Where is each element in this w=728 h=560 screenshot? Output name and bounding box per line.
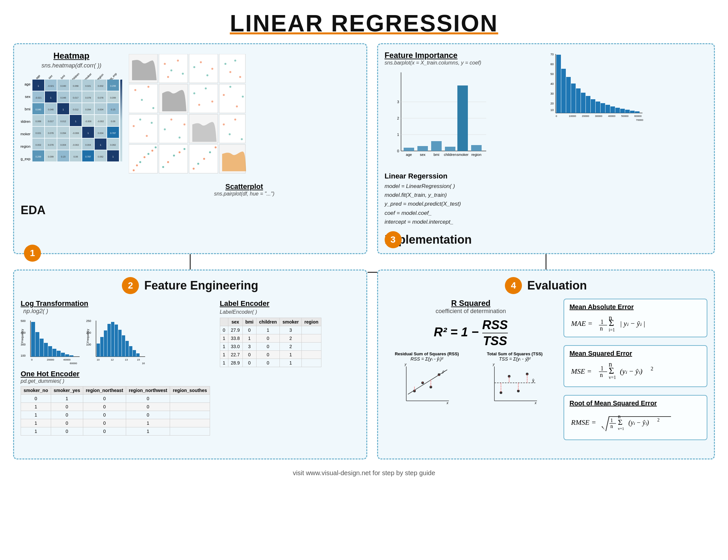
bottom-row: 2 Feature Engineering Log Transformation…: [0, 270, 728, 459]
svg-point-134: [229, 71, 231, 73]
svg-rect-132: [219, 54, 245, 83]
mae-title: Mean Absolute Error: [569, 303, 701, 311]
svg-text:100: 100: [86, 343, 91, 346]
svg-text:250: 250: [86, 319, 91, 322]
table-row: 1000: [21, 402, 210, 411]
section-badge-2: 2: [122, 277, 139, 294]
feature-importance-chart: 0 1 2 3 age sex bmi: [385, 69, 489, 167]
svg-text:0.094: 0.094: [60, 132, 66, 134]
svg-point-185: [197, 163, 199, 165]
svg-text:n: n: [600, 325, 603, 331]
svg-point-145: [198, 104, 200, 106]
svg-text:0.078: 0.078: [48, 144, 54, 146]
svg-text:1: 1: [38, 85, 39, 87]
svg-text:50000: 50000: [621, 115, 629, 118]
svg-text:n: n: [600, 372, 603, 378]
mae-formula: MAE = 1 n n Σ i=1 | yᵢ − ŷᵢ |: [569, 313, 661, 331]
svg-text:x: x: [446, 401, 449, 404]
svg-point-144: [193, 92, 195, 94]
svg-text:15: 15: [137, 358, 140, 361]
svg-rect-143: [189, 84, 218, 113]
svg-text:log_exp: log_exp: [21, 157, 30, 161]
svg-point-176: [155, 146, 157, 148]
rss-label: Residual Sum of Squares (RSS): [385, 351, 469, 356]
svg-text:age: age: [35, 74, 41, 80]
svg-text:0.046: 0.046: [48, 108, 54, 111]
svg-text:-0.002: -0.002: [72, 144, 79, 146]
svg-text:0.078: 0.078: [48, 132, 54, 134]
eda-section: Heatmap sns.heatmap(df.corr( )) age sex …: [13, 43, 367, 254]
svg-text:20: 20: [550, 102, 554, 105]
le-table: sex bmi children smoker region 027.9013 …: [220, 318, 321, 367]
svg-text:100: 100: [21, 354, 26, 357]
svg-text:30: 30: [550, 92, 554, 95]
scatter-title: Scatterplot: [129, 183, 360, 191]
tss-diagram: y ȳ: [489, 361, 540, 404]
svg-rect-277: [118, 330, 122, 357]
tss-formula: TSS = Σ(yᵢ - ȳ)²: [472, 356, 557, 361]
svg-text:0.06: 0.06: [111, 120, 115, 123]
svg-rect-158: [159, 114, 188, 143]
svg-text:0.017: 0.017: [73, 97, 79, 99]
histogram-chart: 70 60 50 40 30 20 10 0 10000 20000 30000…: [549, 51, 647, 126]
log-before-histogram: 500 400 300 100: [21, 317, 83, 366]
svg-text:2: 2: [397, 116, 399, 120]
svg-point-168: [241, 138, 243, 140]
table-row: 1001: [21, 419, 210, 427]
section-badge-3: 3: [385, 231, 402, 248]
svg-text:0.078: 0.078: [98, 97, 104, 99]
lr-code-line-4: coef = model.coef_: [385, 209, 707, 218]
ohe-subtitle: pd.get_dummies( ): [21, 378, 210, 384]
section-label-eda: EDA: [21, 203, 46, 217]
svg-text:MSE =: MSE =: [571, 367, 592, 375]
svg-text:0.021: 0.021: [85, 85, 91, 87]
svg-text:0.15: 0.15: [61, 156, 66, 158]
svg-point-179: [167, 161, 169, 163]
table-row: 1001: [21, 427, 210, 435]
svg-text:12: 12: [111, 358, 114, 361]
svg-rect-259: [65, 354, 69, 357]
svg-point-123: [170, 69, 172, 71]
svg-rect-275: [111, 322, 114, 357]
svg-text:smoker: smoker: [457, 153, 469, 157]
svg-text:0.012: 0.012: [73, 108, 79, 111]
rmse-formula: RMSE = 1 n n Σ v=1 (yᵢ − ŷᵢ) 2: [569, 410, 671, 434]
svg-text:-0.008: -0.008: [85, 120, 91, 123]
svg-rect-280: [129, 346, 132, 357]
svg-point-161: [179, 137, 181, 139]
rss-formula: RSS = Σ(yᵢ - ŷᵢ)²: [385, 356, 469, 361]
section-label-eval: Evaluation: [527, 279, 587, 292]
svg-point-129: [200, 61, 202, 63]
svg-text:y: y: [492, 362, 495, 366]
svg-point-166: [229, 133, 231, 135]
svg-rect-243: [630, 111, 635, 113]
lr-code-line-3: y_pred = model.predict(X_test): [385, 200, 707, 208]
svg-point-151: [236, 106, 238, 107]
svg-rect-256: [52, 349, 56, 357]
svg-text:MAE =: MAE =: [571, 319, 593, 327]
feat-importance-subtitle: sns.barplot(x = X_train.columns, y = coe…: [385, 60, 543, 66]
svg-point-157: [151, 122, 153, 124]
svg-text:0.299: 0.299: [110, 85, 116, 87]
svg-point-130: [206, 74, 208, 76]
evaluation-section: 4 Evaluation R Squared coefficient of de…: [377, 270, 715, 459]
svg-text:0.021: 0.021: [35, 132, 41, 134]
svg-rect-282: [136, 353, 140, 357]
svg-text:0.040: 0.040: [60, 85, 66, 87]
svg-text:y: y: [404, 362, 407, 366]
svg-text:i=1: i=1: [609, 327, 615, 331]
svg-text:sex: sex: [420, 153, 426, 157]
svg-text:60000: 60000: [634, 115, 642, 118]
table-row: 1000: [21, 411, 210, 419]
svg-rect-235: [591, 99, 595, 113]
feat-importance-title: Feature Importance: [385, 51, 543, 60]
svg-text:0.15: 0.15: [111, 108, 115, 111]
svg-point-178: [162, 166, 164, 168]
svg-text:children: children: [444, 153, 456, 157]
svg-text:region: region: [21, 145, 30, 148]
table-row: 027.9013: [220, 326, 321, 334]
svg-rect-258: [61, 353, 65, 357]
svg-text:x: x: [534, 401, 537, 404]
svg-point-175: [151, 150, 153, 152]
svg-rect-253: [40, 338, 44, 357]
